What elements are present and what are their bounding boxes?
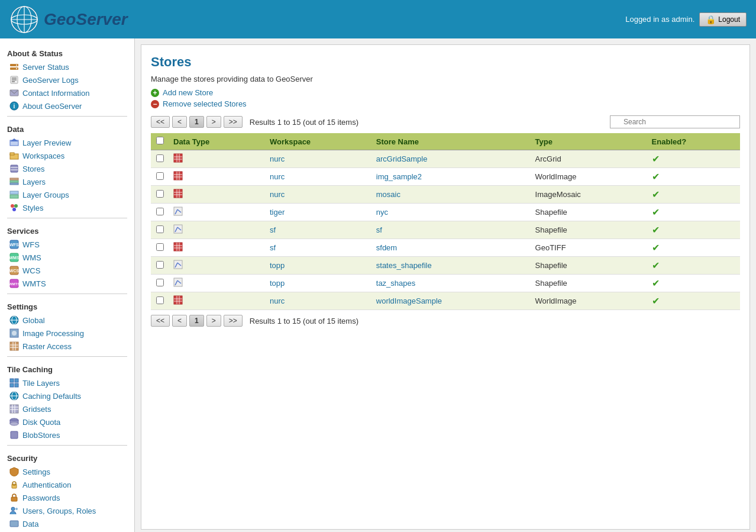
current-page-btn[interactable]: 1 (189, 116, 204, 128)
search-input[interactable] (610, 115, 740, 128)
layout: About & Status Server Status GeoServer L… (0, 38, 756, 532)
sidebar-item-server-status[interactable]: Server Status (0, 60, 134, 73)
row-checkbox[interactable] (156, 261, 164, 269)
sidebar-item-image-processing[interactable]: Image Processing (0, 327, 134, 340)
prev-page-btn[interactable]: < (172, 116, 187, 128)
data-type-cell (169, 239, 265, 257)
row-checkbox[interactable] (156, 172, 164, 180)
data-type-cell (169, 186, 265, 204)
enabled-cell: ✔ (647, 150, 740, 168)
sidebar-label: BlobStores (22, 431, 60, 440)
row-checkbox[interactable] (156, 208, 164, 215)
prev-page-btn-bottom[interactable]: < (172, 315, 187, 327)
sidebar-label: Authentication (22, 481, 71, 489)
raster-type-icon (173, 242, 183, 252)
svg-rect-27 (10, 195, 18, 198)
enabled-cell: ✔ (647, 239, 740, 257)
col-store-name[interactable]: Store Name (371, 133, 531, 150)
col-workspace[interactable]: Workspace (265, 133, 371, 150)
sidebar-item-disk-quota[interactable]: Disk Quota (0, 415, 134, 428)
sidebar-label: Data (22, 520, 38, 528)
first-page-btn-bottom[interactable]: << (151, 315, 170, 327)
raster-type-icon (173, 295, 183, 305)
sidebar-item-stores[interactable]: Stores (0, 162, 134, 175)
store-name-cell[interactable]: taz_shapes (371, 275, 531, 292)
sidebar-item-authentication[interactable]: Authentication (0, 478, 134, 491)
enabled-checkmark: ✔ (652, 296, 660, 306)
svg-point-70 (15, 508, 18, 510)
col-type[interactable]: Type (531, 133, 647, 150)
current-page-btn-bottom[interactable]: 1 (189, 315, 204, 327)
workspace-cell: sf (265, 221, 371, 239)
sidebar-item-raster-access[interactable]: Raster Access (0, 340, 134, 353)
data-type-cell (169, 150, 265, 168)
next-page-btn[interactable]: > (206, 116, 221, 128)
next-page-btn-bottom[interactable]: > (206, 315, 221, 327)
sidebar-label: Layer Preview (22, 138, 71, 147)
sidebar-item-styles[interactable]: Styles (0, 201, 134, 214)
type-cell: WorldImage (531, 292, 647, 310)
store-name-cell[interactable]: arcGridSample (371, 150, 531, 168)
add-store-link[interactable]: + Add new Store (151, 88, 740, 97)
table-row: sfsfdemGeoTIFF✔ (151, 239, 740, 257)
row-checkbox[interactable] (156, 154, 164, 162)
sidebar-item-tile-layers[interactable]: Tile Layers (0, 376, 134, 389)
sidebar-item-blobstores[interactable]: BlobStores (0, 428, 134, 441)
store-name-cell[interactable]: sfdem (371, 239, 531, 257)
store-name-cell[interactable]: mosaic (371, 186, 531, 204)
table-row: nurcimg_sample2WorldImage✔ (151, 168, 740, 186)
users-icon (9, 506, 19, 515)
wms-icon: WMS (9, 253, 19, 262)
last-page-btn-bottom[interactable]: >> (224, 315, 243, 327)
sidebar-item-users[interactable]: Users, Groups, Roles (0, 504, 134, 517)
store-name-cell[interactable]: nyc (371, 204, 531, 221)
row-checkbox[interactable] (156, 190, 164, 198)
sidebar-item-security-data[interactable]: Data (0, 517, 134, 530)
sidebar-item-layer-preview[interactable]: Layer Preview (0, 136, 134, 149)
last-page-btn[interactable]: >> (224, 116, 243, 128)
row-checkbox[interactable] (156, 279, 164, 286)
table-header-row: Data Type Workspace Store Name Type Enab… (151, 133, 740, 150)
sidebar-item-security-settings[interactable]: Settings (0, 465, 134, 478)
select-all-checkbox[interactable] (156, 137, 164, 144)
sidebar-item-logs[interactable]: GeoServer Logs (0, 73, 134, 86)
store-name-cell[interactable]: img_sample2 (371, 168, 531, 186)
store-name-cell[interactable]: states_shapefile (371, 257, 531, 275)
sidebar-item-caching-defaults[interactable]: Caching Defaults (0, 389, 134, 402)
sidebar-item-gridsets[interactable]: Gridsets (0, 402, 134, 415)
workspace-cell: topp (265, 257, 371, 275)
store-name-cell[interactable]: sf (371, 221, 531, 239)
logout-button[interactable]: 🔒 Logout (699, 12, 747, 27)
svg-rect-79 (174, 172, 182, 180)
first-page-btn[interactable]: << (151, 116, 170, 128)
sidebar-item-wfs[interactable]: WFS WFS (0, 238, 134, 251)
enabled-checkmark: ✔ (652, 260, 660, 270)
col-checkbox (151, 133, 169, 150)
enabled-cell: ✔ (647, 204, 740, 221)
sidebar-item-layers[interactable]: Layers (0, 175, 134, 188)
sidebar-item-passwords[interactable]: Passwords (0, 491, 134, 504)
store-name-cell[interactable]: worldImageSample (371, 292, 531, 310)
row-checkbox[interactable] (156, 296, 164, 304)
row-checkbox[interactable] (156, 225, 164, 233)
sidebar-item-workspaces[interactable]: Workspaces (0, 149, 134, 162)
remove-stores-link[interactable]: − Remove selected Stores (151, 99, 740, 108)
sidebar-item-global[interactable]: Global (0, 314, 134, 327)
main-content: Stores Manage the stores providing data … (135, 38, 756, 532)
blobstores-icon (9, 430, 19, 440)
enabled-checkmark: ✔ (652, 154, 660, 164)
svg-point-8 (16, 65, 17, 66)
sidebar-item-wms[interactable]: WMS WMS (0, 251, 134, 264)
sidebar-label: Raster Access (22, 342, 72, 351)
col-enabled[interactable]: Enabled? (647, 133, 740, 150)
sidebar-item-layer-groups[interactable]: Layer Groups (0, 188, 134, 201)
sidebar-item-about[interactable]: i About GeoServer (0, 99, 134, 112)
sidebar-item-contact[interactable]: Contact Information (0, 86, 134, 99)
about-icon: i (9, 101, 19, 111)
row-checkbox[interactable] (156, 243, 164, 251)
gridsets-icon (9, 404, 19, 414)
data-type-cell (169, 168, 265, 186)
col-data-type[interactable]: Data Type (169, 133, 265, 150)
sidebar-item-wcs[interactable]: WCS WCS (0, 264, 134, 277)
sidebar-item-wmts[interactable]: WMTS WMTS (0, 277, 134, 290)
